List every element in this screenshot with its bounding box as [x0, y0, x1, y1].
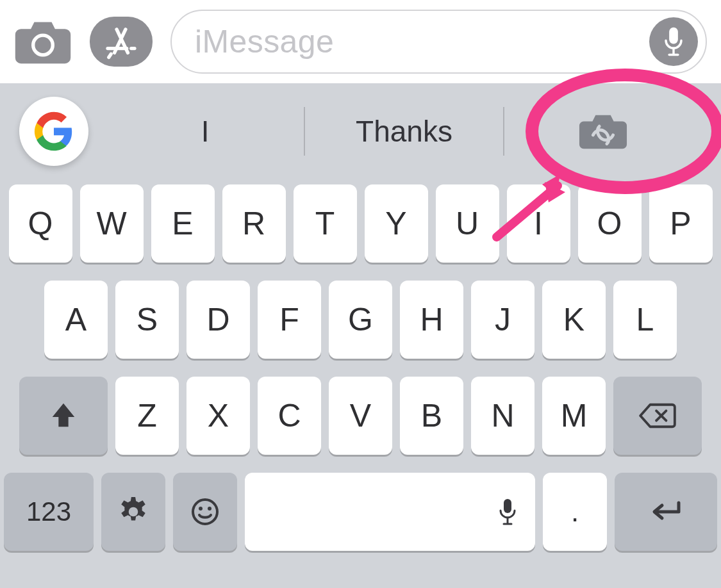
key-x[interactable]: X: [186, 377, 250, 455]
key-o[interactable]: O: [578, 184, 642, 263]
key-h[interactable]: H: [400, 281, 463, 359]
google-g-icon: [33, 110, 75, 152]
microphone-icon: [662, 26, 685, 57]
key-j[interactable]: J: [471, 281, 535, 359]
key-v[interactable]: V: [329, 377, 392, 455]
suggestion-list: I Thanks: [106, 104, 702, 158]
keyboard-row-4: 123 .: [4, 473, 717, 551]
svg-rect-6: [669, 28, 678, 44]
key-n[interactable]: N: [471, 377, 535, 455]
keyboard-row-3: Z X C V B N M: [4, 377, 717, 455]
appstore-button[interactable]: [90, 17, 153, 67]
key-z[interactable]: Z: [115, 377, 179, 455]
svg-point-13: [199, 507, 203, 510]
key-a[interactable]: A: [44, 281, 108, 359]
suggestion-strip: I Thanks: [0, 83, 721, 179]
message-placeholder: iMessage: [195, 23, 649, 60]
imessage-input-bar: iMessage: [0, 0, 721, 83]
key-m[interactable]: M: [542, 377, 606, 455]
svg-point-12: [193, 500, 217, 524]
camera-icon: [14, 16, 72, 67]
shift-icon: [49, 401, 78, 430]
backspace-icon: [638, 401, 677, 430]
key-g[interactable]: G: [329, 281, 392, 359]
keyboard: Q W E R T Y U I O P A S D F G H J K L Z …: [0, 179, 721, 559]
key-d[interactable]: D: [186, 281, 250, 359]
key-q[interactable]: Q: [9, 184, 72, 263]
period-key[interactable]: .: [543, 473, 607, 551]
suggestion-0[interactable]: I: [106, 104, 304, 158]
key-y[interactable]: Y: [365, 184, 428, 263]
google-search-button[interactable]: [19, 97, 88, 166]
svg-line-5: [109, 54, 112, 57]
key-t[interactable]: T: [294, 184, 357, 263]
key-f[interactable]: F: [258, 281, 321, 359]
dictate-button[interactable]: [649, 17, 698, 66]
key-i[interactable]: I: [507, 184, 570, 263]
numeric-key[interactable]: 123: [4, 473, 94, 551]
gif-camera-button[interactable]: [504, 104, 702, 158]
keyboard-row-2: A S D F G H J K L: [4, 281, 717, 359]
svg-point-11: [129, 507, 138, 517]
svg-rect-15: [504, 499, 511, 513]
key-w[interactable]: W: [80, 184, 144, 263]
camera-button[interactable]: [14, 16, 72, 67]
keyboard-row-1: Q W E R T Y U I O P: [4, 184, 717, 263]
key-l[interactable]: L: [613, 281, 677, 359]
suggestion-1[interactable]: Thanks: [305, 104, 502, 158]
key-p[interactable]: P: [649, 184, 713, 263]
return-key[interactable]: [615, 473, 717, 551]
key-k[interactable]: K: [542, 281, 606, 359]
return-icon: [647, 498, 685, 526]
gear-icon: [117, 496, 149, 528]
gif-camera-icon: [578, 112, 628, 151]
emoji-key[interactable]: [173, 473, 237, 551]
spacebar-key[interactable]: [245, 473, 535, 551]
appstore-icon: [103, 24, 139, 60]
svg-point-14: [208, 507, 211, 510]
key-c[interactable]: C: [258, 377, 321, 455]
key-u[interactable]: U: [436, 184, 499, 263]
mic-small-icon: [498, 498, 517, 526]
shift-key[interactable]: [19, 377, 108, 455]
key-b[interactable]: B: [400, 377, 463, 455]
key-e[interactable]: E: [151, 184, 215, 263]
key-s[interactable]: S: [115, 281, 179, 359]
settings-key[interactable]: [101, 473, 165, 551]
key-r[interactable]: R: [222, 184, 286, 263]
message-input[interactable]: iMessage: [170, 10, 707, 74]
emoji-icon: [190, 496, 220, 527]
backspace-key[interactable]: [613, 377, 702, 455]
